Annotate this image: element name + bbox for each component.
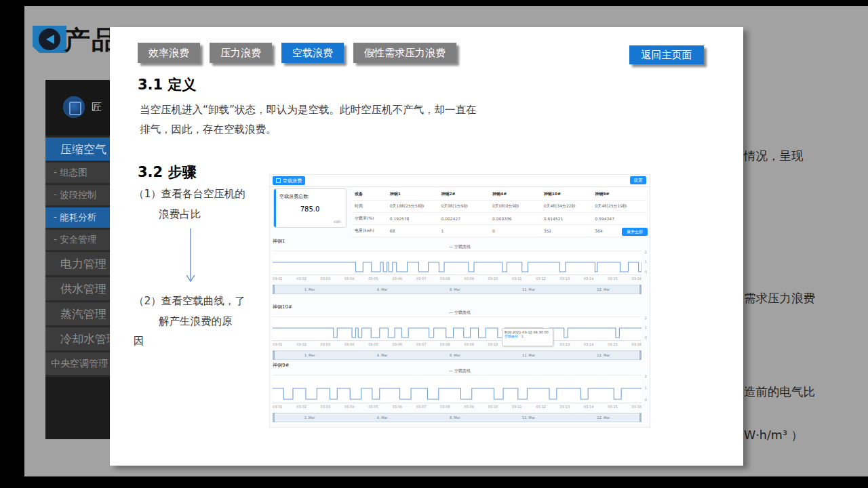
table-row-label: 时间 <box>352 203 390 209</box>
chart-datazoom-brush[interactable]: 1. Mar4. Mar8. Mar11. Mar12. Mar <box>273 350 642 360</box>
x-tick-label: 03-03 <box>321 342 331 347</box>
x-tick-label: 03-10 <box>488 342 498 347</box>
brush-label: 8. Mar <box>450 287 460 291</box>
app-logo-mark <box>69 102 81 115</box>
tag-square-icon <box>276 178 281 183</box>
chart-x-axis: 03-0103-0203-0303-0403-0503-0603-0703-08… <box>273 405 642 409</box>
x-tick-label: 03-09 <box>464 405 474 409</box>
x-tick-label: 03-05 <box>368 405 378 409</box>
x-tick-label: 03-14 <box>584 405 594 409</box>
table-cell: 0天0时1分9秒 <box>441 203 492 209</box>
brush-label: 1. Mar <box>304 415 315 420</box>
legend-label: 空载曲线 <box>454 310 471 314</box>
tab-2[interactable]: 空载浪费 <box>281 43 344 63</box>
table-header-cell: 设备 <box>352 191 390 197</box>
step2-line1: （2）查看空载曲线，了 <box>134 294 245 308</box>
step2-line2: 解产生浪费的原 <box>159 314 233 329</box>
x-tick-label: 03-08 <box>440 405 450 409</box>
x-tick-label: 03-05 <box>368 277 378 281</box>
left-black-bar <box>0 0 24 488</box>
tab-1[interactable]: 压力浪费 <box>210 43 272 63</box>
waste-detail-panel: 效率浪费压力浪费空载浪费假性需求压力浪费 返回主页面 3.1 定义 当空压机进入… <box>110 27 743 466</box>
chart-y-axis: 210 <box>642 251 647 274</box>
tab-3[interactable]: 假性需求压力浪费 <box>353 43 456 63</box>
table-cell: 0.002427 <box>441 216 492 221</box>
chart-legend[interactable]: —空载曲线 <box>273 368 647 373</box>
total-card-label: 空载浪费总数: <box>279 193 309 200</box>
x-tick-label: 03-12 <box>536 277 546 281</box>
legend-line-icon: — <box>449 368 453 373</box>
table-cell: 1 <box>441 228 492 233</box>
x-tick-label: 03-06 <box>392 342 402 347</box>
chart-datazoom-brush[interactable]: 1. Mar4. Mar8. Mar11. Mar12. Mar <box>273 413 642 422</box>
table-header-row: 设备神钢1神钢2#神钢4#神钢10#神钢9# <box>352 188 646 201</box>
brush-label: 11. Mar <box>522 353 535 357</box>
settings-button[interactable]: 设置 <box>630 176 646 184</box>
x-tick-label: 03-13 <box>560 405 570 409</box>
x-tick-label: 03-16 <box>631 405 642 409</box>
table-cell: 0天4时34分22秒 <box>544 203 595 209</box>
tooltip-value: 空载曲线 : 1 <box>505 334 551 338</box>
x-tick-label: 03-15 <box>608 405 618 409</box>
x-tick-label: 03-04 <box>344 405 355 409</box>
table-cell: 0.594347 <box>595 216 646 221</box>
step1-line1: （1）查看各台空压机的 <box>134 187 245 201</box>
expand-all-button[interactable]: 展开全部 <box>622 228 648 236</box>
x-tick-label: 03-01 <box>273 342 283 347</box>
steps-heading: 3.2 步骤 <box>138 163 197 182</box>
brush-label: 11. Mar <box>522 415 535 420</box>
right-text-fragment-0: 情况，呈现 <box>744 148 804 164</box>
idle-curve-line <box>273 317 642 340</box>
x-tick-label: 03-16 <box>631 277 642 281</box>
x-tick-label: 03-16 <box>631 342 642 347</box>
brush-label: 4. Mar <box>377 415 388 420</box>
chart-plot: 210 <box>273 251 642 275</box>
back-arrow-icon[interactable] <box>33 26 66 53</box>
x-tick-label: 03-06 <box>392 277 402 281</box>
y-tick-label: 2 <box>645 375 647 378</box>
tab-0[interactable]: 效率浪费 <box>138 43 200 63</box>
definition-heading: 3.1 定义 <box>138 75 197 94</box>
table-row-label: 电量(kwh) <box>352 228 390 234</box>
chart-legend[interactable]: —空载曲线 <box>273 244 647 249</box>
legend-label: 空载曲线 <box>454 244 471 249</box>
table-cell: 0天0时0分9秒 <box>492 203 544 209</box>
chart-device-label: 神钢9# <box>273 362 647 368</box>
chart-legend[interactable]: —空载曲线 <box>273 310 647 315</box>
waste-tabs: 效率浪费压力浪费空载浪费假性需求压力浪费 <box>138 43 456 63</box>
idle-waste-total-card: 空载浪费总数: 785.0 kWh <box>273 188 347 228</box>
table-cell: 0.000336 <box>492 216 544 221</box>
total-card-unit: kWh <box>334 220 341 224</box>
chart-x-axis: 03-0103-0203-0303-0403-0503-0603-0703-08… <box>273 342 642 347</box>
y-tick-label: 1 <box>645 326 647 329</box>
x-tick-label: 03-08 <box>440 342 450 347</box>
legend-line-icon: — <box>449 310 453 314</box>
sidebar-brand: 匠 <box>92 101 102 114</box>
x-tick-label: 03-02 <box>296 342 307 347</box>
right-text-fragment-3: W·h/m³ ） <box>744 427 803 443</box>
table-cell: 0.192578 <box>390 216 441 221</box>
return-home-button[interactable]: 返回主页面 <box>629 45 704 64</box>
x-tick-label: 03-02 <box>296 277 307 281</box>
dashboard-screenshot: 空载浪费 设置 空载浪费总数: 785.0 kWh 设备神钢1神钢2#神钢4#神… <box>269 174 650 428</box>
chart-datazoom-brush[interactable]: 1. Mar4. Mar8. Mar11. Mar12. Mar <box>273 285 642 294</box>
table-header-cell: 神钢4# <box>492 191 544 197</box>
x-tick-label: 03-11 <box>512 405 522 409</box>
chart-block-0: 神钢1—空载曲线21003-0103-0203-0303-0403-0503-0… <box>273 238 647 294</box>
legend-label: 空载曲线 <box>454 368 471 373</box>
y-tick-label: 2 <box>645 251 647 254</box>
chart-plot: 210 <box>273 375 642 403</box>
idle-waste-tag[interactable]: 空载浪费 <box>273 176 305 185</box>
chart-device-label: 神钢1 <box>273 238 647 244</box>
top-black-bar <box>0 0 868 6</box>
y-tick-label: 0 <box>645 336 647 340</box>
x-tick-label: 03-14 <box>584 277 594 281</box>
brush-label: 8. Mar <box>450 415 460 420</box>
back-arrow-triangle <box>46 35 54 44</box>
table-row: 空载率(%)0.1925780.0024270.0003360.6145210.… <box>352 213 646 225</box>
x-tick-label: 03-15 <box>608 342 618 347</box>
table-cell: 68 <box>390 228 441 233</box>
bottom-black-bar <box>0 476 868 488</box>
table-header-cell: 神钢10# <box>544 191 595 197</box>
table-row-label: 空载率(%) <box>352 216 390 222</box>
